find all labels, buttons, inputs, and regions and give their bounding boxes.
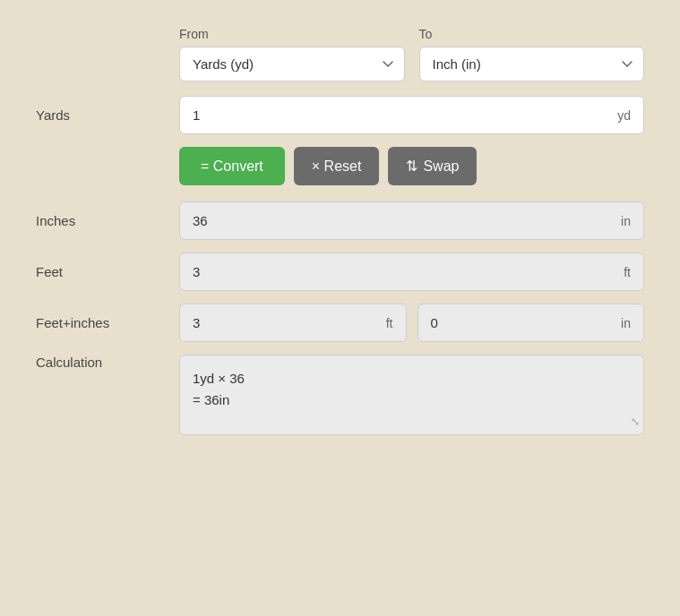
feet-unit: ft [611, 254, 643, 290]
input-row: Yards yd [36, 96, 644, 134]
yards-input[interactable] [180, 97, 605, 133]
from-label: From [179, 27, 405, 41]
feet-result-wrapper: 3 ft [179, 252, 644, 291]
feet-result-row: Feet 3 ft [36, 252, 644, 291]
feet-inches-feet-value: 3 [180, 304, 374, 341]
input-field-wrapper: yd [179, 96, 644, 134]
convert-button-label: = Convert [201, 158, 263, 175]
feet-part: 3 ft [179, 304, 407, 342]
swap-icon: ⇅ [406, 158, 417, 175]
inches-part: 0 in [417, 304, 645, 342]
resize-indicator: ⤡ [631, 414, 640, 431]
inches-result-row: Inches 36 in [36, 201, 644, 240]
convert-button[interactable]: = Convert [179, 147, 285, 185]
to-label: To [419, 27, 645, 41]
feet-inches-label: Feet+inches [36, 315, 179, 330]
converter-container: From Yards (yd) Meters (m) Feet (ft) Inc… [18, 18, 662, 475]
feet-label: Feet [36, 264, 179, 279]
calculation-line2: = 36in [193, 389, 631, 411]
feet-inches-inches-unit: in [608, 305, 643, 341]
inches-unit: in [608, 203, 643, 239]
from-to-row: From Yards (yd) Meters (m) Feet (ft) Inc… [179, 27, 644, 81]
inches-result-wrapper: 36 in [179, 201, 644, 240]
inches-value: 36 [180, 202, 608, 239]
swap-button-label: Swap [423, 158, 459, 175]
input-unit-badge: yd [605, 98, 643, 133]
feet-inches-feet-unit: ft [374, 305, 406, 341]
reset-button[interactable]: × Reset [294, 147, 380, 185]
feet-value: 3 [180, 253, 611, 290]
from-group: From Yards (yd) Meters (m) Feet (ft) Inc… [179, 27, 405, 81]
swap-button[interactable]: ⇅ Swap [388, 147, 477, 185]
to-select[interactable]: Inch (in) Yards (yd) Meters (m) Feet (ft… [419, 47, 645, 81]
inches-label: Inches [36, 213, 179, 228]
to-group: To Inch (in) Yards (yd) Meters (m) Feet … [419, 27, 645, 81]
feet-inches-inches-value: 0 [418, 304, 609, 341]
reset-button-label: × Reset [312, 158, 362, 175]
calculation-line1: 1yd × 36 [193, 368, 631, 389]
input-row-label: Yards [36, 107, 179, 123]
calculation-box: 1yd × 36 = 36in ⤡ [179, 355, 644, 435]
calculation-row: Calculation 1yd × 36 = 36in ⤡ [36, 355, 644, 435]
feet-inches-row: Feet+inches 3 ft 0 in [36, 304, 644, 342]
calculation-label: Calculation [36, 355, 179, 370]
feet-inches-fields: 3 ft 0 in [179, 304, 644, 342]
from-select[interactable]: Yards (yd) Meters (m) Feet (ft) Inch (in… [179, 47, 405, 81]
buttons-row: = Convert × Reset ⇅ Swap [179, 147, 644, 185]
